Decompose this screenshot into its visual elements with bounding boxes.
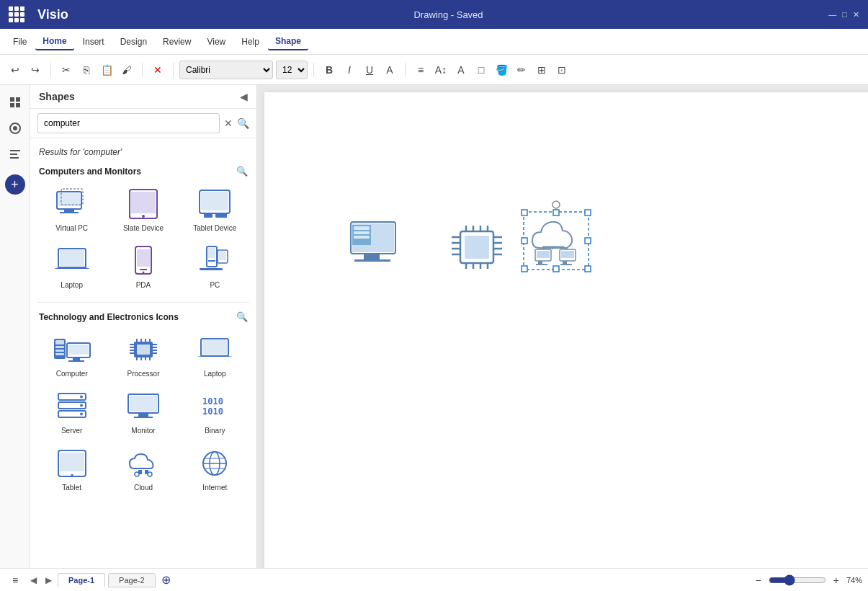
category-divider-1	[37, 302, 249, 303]
svg-rect-89	[354, 259, 390, 262]
svg-rect-119	[585, 238, 591, 244]
format-painter-button[interactable]: 🖌	[117, 61, 136, 79]
svg-text:1010: 1010	[202, 406, 223, 417]
shape-tablet[interactable]: Tablet	[37, 442, 106, 496]
svg-rect-115	[522, 210, 527, 215]
shape-slate-device[interactable]: Slate Device	[109, 182, 177, 236]
menu-home[interactable]: Home	[35, 33, 73, 50]
shape-laptop2-label: Laptop	[204, 370, 226, 378]
main-layout: + Shapes ◀ ✕ 🔍 Results for 'computer' Co…	[0, 85, 868, 568]
redo-button[interactable]: ↪	[26, 61, 45, 79]
close-btn[interactable]: ✕	[853, 10, 859, 19]
svg-rect-30	[208, 260, 215, 262]
italic-button[interactable]: I	[340, 61, 359, 79]
bottom-menu-button[interactable]: ≡	[6, 571, 24, 590]
svg-rect-19	[204, 213, 212, 218]
canvas-shape-2[interactable]	[444, 218, 509, 276]
text-container-button[interactable]: A	[452, 61, 470, 79]
binary-icon: 1010 1010	[193, 389, 236, 424]
shape-cloud[interactable]: Cloud	[109, 442, 177, 496]
shape-server[interactable]: Server	[37, 385, 106, 439]
line-color-button[interactable]: ✏	[512, 61, 531, 79]
apps-button[interactable]	[9, 6, 24, 22]
zoom-slider[interactable]	[769, 574, 826, 586]
arrange-button[interactable]: ⊞	[532, 61, 551, 79]
icon-bar: +	[0, 85, 30, 568]
page-next-button[interactable]: ▶	[42, 574, 55, 587]
canvas-shape-1[interactable]	[344, 215, 416, 280]
menu-view[interactable]: View	[200, 34, 233, 50]
page-prev-button[interactable]: ◀	[27, 574, 40, 587]
stencils-button[interactable]	[4, 117, 27, 140]
shape-laptop[interactable]: Laptop	[37, 239, 106, 293]
canvas-area[interactable]	[257, 85, 868, 568]
processor-icon	[122, 332, 165, 367]
category-tech-search[interactable]: 🔍	[236, 311, 248, 322]
paste-button[interactable]: 📋	[97, 61, 116, 79]
menu-design[interactable]: Design	[113, 34, 154, 50]
shape-laptop2[interactable]: Laptop	[181, 328, 249, 382]
page-tab-2[interactable]: Page-2	[108, 573, 155, 587]
tablet-icon	[50, 446, 94, 481]
menu-help[interactable]: Help	[234, 34, 267, 50]
font-color-button[interactable]: A	[380, 61, 399, 79]
svg-rect-129	[563, 261, 567, 264]
shape-binary[interactable]: 1010 1010 Binary	[181, 385, 249, 439]
svg-rect-36	[55, 350, 64, 352]
shape-internet[interactable]: Internet	[181, 442, 249, 496]
svg-rect-34	[55, 340, 64, 345]
font-family-select[interactable]: Calibri	[179, 61, 273, 79]
text-size-button[interactable]: A↕	[431, 61, 450, 79]
shape-computer[interactable]: Computer	[37, 328, 106, 382]
canvas-page[interactable]	[264, 92, 868, 568]
window-controls[interactable]: — □ ✕	[828, 10, 859, 19]
zoom-in-button[interactable]: +	[831, 573, 842, 587]
delete-button[interactable]: ✕	[148, 61, 167, 79]
search-clear-button[interactable]: ✕	[224, 117, 233, 129]
shape-processor[interactable]: Processor	[109, 328, 177, 382]
position-button[interactable]: ⊡	[552, 61, 571, 79]
search-input[interactable]	[37, 113, 220, 133]
monitor-icon	[122, 389, 165, 424]
cut-button[interactable]: ✂	[57, 61, 76, 79]
maximize-btn[interactable]: □	[842, 10, 847, 19]
shapes-panel-button[interactable]	[4, 91, 27, 114]
svg-rect-88	[364, 254, 380, 259]
data-button[interactable]	[4, 143, 27, 166]
minimize-btn[interactable]: —	[828, 10, 836, 19]
menu-insert[interactable]: Insert	[76, 34, 112, 50]
shape-computer-label: Computer	[56, 370, 88, 378]
fill-color-button[interactable]: 🪣	[492, 61, 511, 79]
shape-monitor[interactable]: Monitor	[109, 385, 177, 439]
shape-button[interactable]: □	[472, 61, 491, 79]
svg-rect-95	[465, 236, 489, 259]
underline-button[interactable]: U	[360, 61, 379, 79]
category-computers-search[interactable]: 🔍	[236, 166, 248, 177]
canvas-shape-3[interactable]	[516, 199, 596, 278]
align-button[interactable]: ≡	[411, 61, 430, 79]
undo-button[interactable]: ↩	[6, 61, 24, 79]
add-shapes-button[interactable]: +	[5, 174, 25, 195]
shape-pda[interactable]: PDA	[109, 239, 177, 293]
shape-pc[interactable]: PC	[181, 239, 249, 293]
shape-tablet-label: Tablet	[62, 484, 81, 492]
shapes-collapse-button[interactable]: ◀	[240, 91, 248, 102]
menu-shape[interactable]: Shape	[268, 33, 308, 50]
menu-file[interactable]: File	[6, 34, 34, 50]
shape-virtual-pc[interactable]: Virtual PC	[37, 182, 106, 236]
copy-button[interactable]: ⎘	[77, 61, 96, 79]
bold-button[interactable]: B	[320, 61, 339, 79]
shape-virtual-pc-label: Virtual PC	[55, 224, 88, 232]
shape-laptop-label: Laptop	[61, 281, 83, 289]
search-button[interactable]: 🔍	[237, 117, 249, 129]
svg-rect-39	[68, 345, 89, 355]
zoom-out-button[interactable]: −	[753, 573, 764, 587]
cloud-icon	[122, 446, 165, 481]
shape-binary-label: Binary	[205, 427, 225, 435]
title-bar: Visio Drawing - Saved — □ ✕	[0, 0, 868, 29]
menu-review[interactable]: Review	[156, 34, 198, 50]
add-page-button[interactable]: ⊕	[158, 573, 174, 587]
shape-tablet-device[interactable]: Tablet Device	[181, 182, 249, 236]
page-tab-1[interactable]: Page-1	[58, 573, 105, 587]
font-size-select[interactable]: 12	[276, 61, 308, 79]
